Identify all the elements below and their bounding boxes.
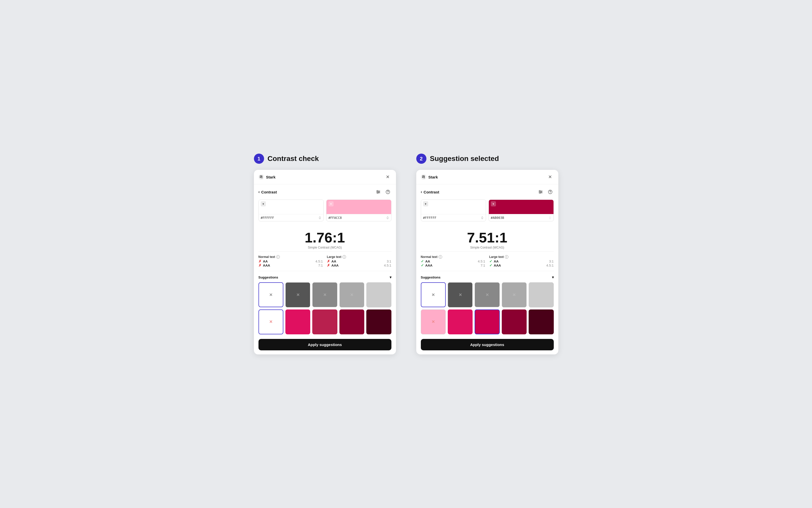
- panel-1-nav-back[interactable]: ‹ Contrast: [258, 189, 277, 194]
- panel-2-color1-picker[interactable]: ▾ #FFFFFF: [421, 200, 486, 221]
- settings-2-icon: [538, 189, 543, 194]
- panel-2-suggestions-header[interactable]: Suggestions ▾: [421, 275, 554, 279]
- panel-1-help-button[interactable]: [384, 188, 391, 196]
- panel-1-nav-label: Contrast: [261, 190, 277, 194]
- panel-2-suggestions-chevron-icon: ▾: [552, 275, 554, 279]
- swatch-x-icon: ✕: [485, 292, 489, 297]
- swatch-item[interactable]: [448, 309, 473, 334]
- swatch-item[interactable]: ✕: [312, 282, 337, 307]
- panel-1-wcag-grid: Normal text i ✗ AA 4.5:1 ✗ AAA 7:1: [258, 251, 391, 271]
- panel-2-aa-large-label: AA: [494, 259, 503, 263]
- panel-1-large-info-icon[interactable]: i: [342, 255, 346, 259]
- panel-1-normal-info-icon[interactable]: i: [276, 255, 280, 259]
- panel-1-title-left: Stark: [258, 174, 276, 180]
- panel-2-suggestions-label: Suggestions: [421, 276, 441, 279]
- panel-1-suggestions-header[interactable]: Suggestions ▾: [258, 275, 391, 279]
- panel-2-color1-dropdown[interactable]: ▾: [423, 201, 428, 206]
- panel-2-aaa-large-req: 4.5:1: [546, 263, 554, 267]
- panel-2-close-button[interactable]: ✕: [547, 173, 554, 180]
- panel-1-color1-picker[interactable]: ▾ #FFFFFF: [258, 200, 324, 221]
- panel-2-color2-hex: #AB003B: [491, 216, 504, 220]
- panel-1-suggestions-label: Suggestions: [258, 276, 278, 279]
- swatch-x-icon: ✕: [323, 292, 327, 297]
- swatch-item[interactable]: [529, 309, 554, 334]
- panel-1-normal-text-header: Normal text i: [258, 255, 323, 259]
- panel-1-aaa-normal-status: ✗: [258, 263, 261, 267]
- panel-2-aaa-normal-status: ✓: [421, 263, 424, 267]
- swatch-item[interactable]: ✕: [421, 282, 446, 307]
- svg-point-9: [388, 193, 388, 193]
- panel-2-color2-swatch: ▾: [489, 200, 554, 214]
- panel-1-titlebar: Stark ✕: [254, 170, 396, 184]
- panel-1-color2-picker[interactable]: ▾ #FFACC8: [326, 200, 391, 221]
- panel-2-aa-normal-row: ✓ AA 4.5:1: [421, 259, 485, 263]
- swatch-item[interactable]: ✕: [448, 282, 473, 307]
- swatch-item[interactable]: ✕: [258, 309, 283, 334]
- panel-2-color1-hex-row: #FFFFFF: [421, 214, 486, 221]
- swatch-x-icon: ✕: [269, 320, 273, 324]
- panel-2-title-left: Stark: [421, 174, 438, 180]
- panel-2-help-button[interactable]: [547, 188, 554, 196]
- panel-1-aa-normal-label: AA: [263, 259, 272, 263]
- swatch-item[interactable]: ✕: [475, 282, 499, 307]
- panel-1-color2-dropdown[interactable]: ▾: [329, 201, 334, 206]
- panel-1-aaa-large-label: AAA: [332, 263, 341, 267]
- swatch-x-icon: ✕: [296, 292, 299, 297]
- panel-2-aa-large-row: ✓ AA 3:1: [489, 259, 554, 263]
- swatch-x-icon: ✕: [377, 292, 381, 297]
- panel-1-settings-button[interactable]: [375, 188, 382, 196]
- swatch-item[interactable]: [285, 309, 310, 334]
- swatch-item[interactable]: ✕: [339, 282, 364, 307]
- panel-2-apply-button[interactable]: Apply suggestions: [421, 339, 554, 350]
- swatch-item[interactable]: ✕: [502, 282, 527, 307]
- panel-2-color1-stepper-icon: [481, 216, 484, 219]
- swatch-item[interactable]: [312, 309, 337, 334]
- panel-2-aaa-normal-label: AAA: [425, 263, 435, 267]
- panel-2-normal-info-icon[interactable]: i: [439, 255, 442, 259]
- stark-logo-icon: [258, 174, 264, 180]
- panel-2-color2-picker[interactable]: ▾ #AB003B: [488, 200, 554, 221]
- panel-2-large-info-icon[interactable]: i: [505, 255, 508, 259]
- panel-1-aa-large-status: ✗: [327, 259, 330, 263]
- swatch-item[interactable]: [475, 309, 499, 334]
- panel-1-ratio-number: 1.76:1: [258, 230, 391, 245]
- section-2-header: 2 Suggestion selected: [416, 154, 558, 164]
- section-1-header: 1 Contrast check: [254, 154, 396, 164]
- panel-1-large-text-header: Large text i: [327, 255, 391, 259]
- svg-point-15: [539, 190, 540, 192]
- panel-1-ratio-label: Simple Contrast (WCAG): [258, 246, 391, 249]
- svg-point-16: [541, 192, 542, 193]
- panel-2-body: ‹ Contrast: [416, 184, 558, 354]
- panel-1-color1-dropdown[interactable]: ▾: [261, 201, 266, 206]
- panel-1-apply-button[interactable]: Apply suggestions: [258, 339, 391, 350]
- panel-1-aaa-large-status: ✗: [327, 263, 330, 267]
- swatch-item[interactable]: [339, 309, 364, 334]
- panel-2-color2-dropdown[interactable]: ▾: [491, 201, 496, 206]
- panel-2-swatches-row2: ✕: [421, 309, 554, 334]
- panel-2-color2-hex-row: #AB003B: [489, 214, 554, 221]
- section-2-number: 2: [416, 154, 426, 164]
- swatch-x-icon: ✕: [431, 292, 435, 297]
- swatch-item[interactable]: ✕: [285, 282, 310, 307]
- section-2-title: Suggestion selected: [430, 155, 499, 163]
- back-arrow-icon: ‹: [258, 189, 260, 194]
- panel-1-aa-normal-status: ✗: [258, 259, 261, 263]
- swatch-item[interactable]: ✕: [421, 309, 446, 334]
- panel-2-color1-swatch: ▾: [421, 200, 486, 214]
- svg-point-7: [377, 193, 378, 194]
- swatch-item[interactable]: [502, 309, 527, 334]
- swatch-item[interactable]: ✕: [366, 282, 391, 307]
- panel-1-aaa-large-row: ✗ AAA 4.5:1: [327, 263, 391, 267]
- panel-1-close-button[interactable]: ✕: [384, 173, 391, 180]
- swatch-item[interactable]: [366, 309, 391, 334]
- panel-2-nav-back[interactable]: ‹ Contrast: [421, 189, 439, 194]
- panel-1-aa-large-row: ✗ AA 3:1: [327, 259, 391, 263]
- swatch-item[interactable]: ✕: [529, 282, 554, 307]
- panel-2-aaa-normal-row: ✓ AAA 7:1: [421, 263, 485, 267]
- panel-2-settings-button[interactable]: [537, 188, 544, 196]
- swatch-item[interactable]: ✕: [258, 282, 283, 307]
- panel-2-swatches-row1: ✕ ✕ ✕ ✕ ✕: [421, 282, 554, 307]
- panel-1-body: ‹ Contrast: [254, 184, 396, 354]
- svg-point-19: [550, 193, 551, 193]
- panel-1: Stark ✕ ‹ Contrast: [254, 170, 396, 354]
